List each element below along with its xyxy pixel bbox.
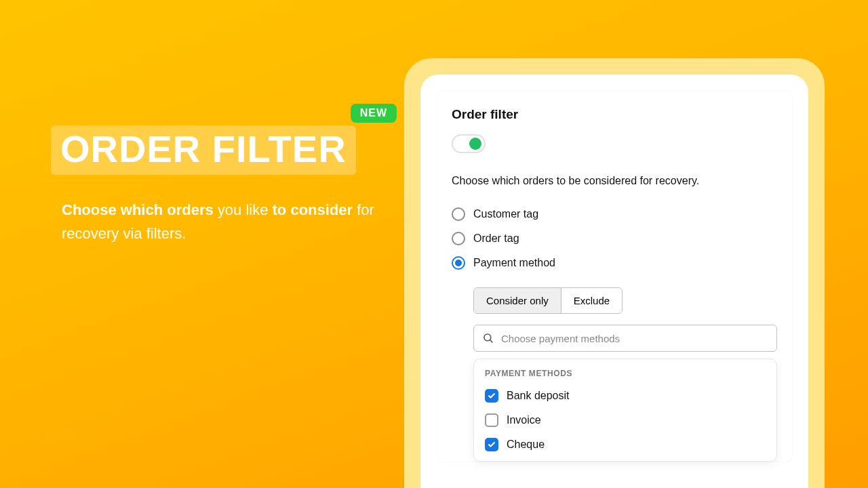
radio-label: Customer tag xyxy=(473,208,538,220)
option-label: Cheque xyxy=(507,439,545,451)
promo-subtitle-bold-2: to consider xyxy=(273,201,353,218)
consider-only-button[interactable]: Consider only xyxy=(474,288,561,313)
promo-subtitle-bold-1: Choose which orders xyxy=(62,201,214,218)
checkbox-icon xyxy=(485,389,498,403)
dropdown-heading: PAYMENT METHODS xyxy=(485,369,766,378)
promo-title: ORDER FILTER xyxy=(60,127,347,171)
option-label: Bank deposit xyxy=(507,390,570,402)
radio-order-tag[interactable]: Order tag xyxy=(452,226,777,251)
card-title: Order filter xyxy=(452,107,777,122)
promo-subtitle-text-1: you like xyxy=(214,201,273,218)
option-label: Invoice xyxy=(507,414,541,426)
radio-label: Order tag xyxy=(473,232,519,245)
exclude-button[interactable]: Exclude xyxy=(561,288,622,313)
option-invoice[interactable]: Invoice xyxy=(485,408,766,432)
radio-icon xyxy=(452,232,465,245)
option-cheque[interactable]: Cheque xyxy=(485,432,766,457)
filter-type-radio-group: Customer tag Order tag Payment method xyxy=(452,202,777,275)
include-exclude-segmented: Consider only Exclude xyxy=(473,287,623,314)
brand-watermark: kindly xyxy=(45,424,100,447)
promo-block: NEW ORDER FILTER Choose which orders you… xyxy=(51,105,390,245)
order-filter-toggle[interactable] xyxy=(452,134,486,153)
order-filter-card: Order filter Choose which orders to be c… xyxy=(437,91,792,462)
payment-method-controls: Consider only Exclude PAYMENT METHODS xyxy=(473,287,777,462)
new-badge: NEW xyxy=(351,104,397,123)
radio-icon xyxy=(452,256,465,270)
helper-text: Choose which orders to be considered for… xyxy=(452,175,777,187)
radio-icon xyxy=(452,207,465,221)
radio-customer-tag[interactable]: Customer tag xyxy=(452,202,777,226)
marketing-stage: NEW ORDER FILTER Choose which orders you… xyxy=(0,0,868,488)
promo-title-wrap: ORDER FILTER xyxy=(51,125,356,175)
search-icon xyxy=(482,332,494,344)
radio-payment-method[interactable]: Payment method xyxy=(452,251,777,275)
payment-method-search-input[interactable] xyxy=(501,333,768,344)
checkbox-icon xyxy=(485,438,498,451)
device-frame-outer: Order filter Choose which orders to be c… xyxy=(404,58,825,488)
radio-label: Payment method xyxy=(473,257,555,269)
payment-method-search[interactable] xyxy=(473,325,777,352)
svg-line-1 xyxy=(490,340,492,342)
checkbox-icon xyxy=(485,413,498,427)
promo-subtitle: Choose which orders you like to consider… xyxy=(62,198,390,245)
device-frame-inner: Order filter Choose which orders to be c… xyxy=(420,75,808,488)
payment-methods-dropdown: PAYMENT METHODS Bank deposit Invoice xyxy=(473,359,777,462)
toggle-knob xyxy=(469,138,481,150)
option-bank-deposit[interactable]: Bank deposit xyxy=(485,384,766,408)
